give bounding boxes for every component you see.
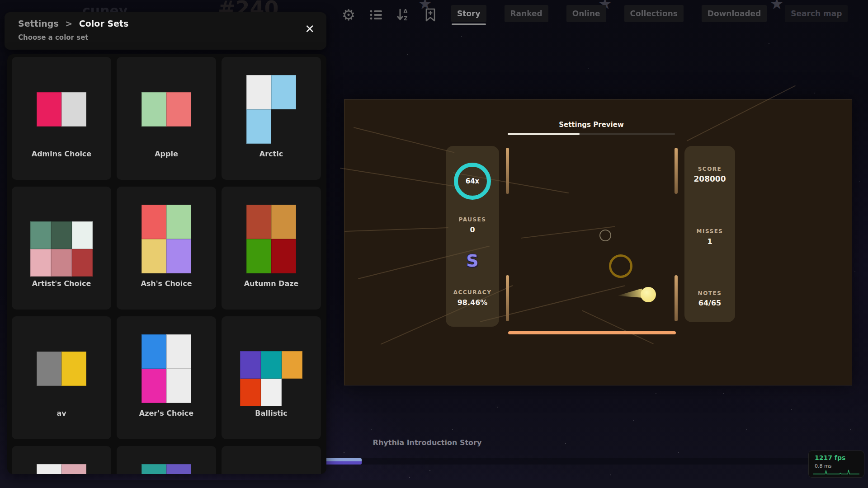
misses-value: 1: [684, 237, 735, 246]
color-set-name: Artist's Choice: [12, 279, 111, 288]
color-set-name: Admins Choice: [12, 150, 111, 158]
color-tile: [61, 92, 86, 127]
color-set-card-artist-s-choice[interactable]: Artist's Choice: [12, 187, 111, 310]
color-tile: [142, 205, 166, 239]
color-set-card-ballistic[interactable]: Ballistic: [222, 316, 321, 439]
breadcrumb: Settings > Color Sets: [18, 19, 128, 28]
color-set-name: Autumn Daze: [222, 279, 321, 288]
color-tile: [271, 239, 296, 273]
color-tile: [166, 464, 191, 474]
color-tile: [271, 205, 296, 239]
note-trail: [617, 288, 643, 300]
color-set-name: Ballistic: [222, 409, 321, 418]
approach-ring: [609, 254, 632, 278]
color-tile: [240, 379, 261, 406]
tab-story[interactable]: Story: [451, 5, 486, 22]
field-bottom-bar: [508, 331, 676, 334]
pauses-value: 0: [446, 225, 499, 234]
color-tile: [142, 464, 166, 474]
color-tile: [166, 205, 191, 239]
color-set-card[interactable]: [222, 446, 321, 474]
left-stats-panel: 64x PAUSES 0 S ACCURACY 98.46%: [446, 146, 499, 327]
combo-ring: 64x: [454, 163, 491, 200]
color-tile: [282, 351, 302, 379]
color-set-card-apple[interactable]: Apple: [117, 57, 216, 180]
streak-line: [354, 127, 455, 153]
field-tick-right-top: [675, 148, 678, 194]
color-tile: [246, 109, 271, 144]
color-tile: [142, 334, 166, 369]
streak-line: [340, 168, 456, 187]
color-tile: [142, 239, 166, 273]
score-label: SCORE: [684, 166, 735, 172]
color-sets-modal-header: Settings > Color Sets Choose a color set…: [5, 12, 326, 50]
color-set-card-azer-s-choice[interactable]: Azer's Choice: [117, 316, 216, 439]
color-set-card[interactable]: [117, 446, 216, 474]
bookmark-add-icon[interactable]: [422, 6, 439, 23]
color-tile: [37, 92, 61, 127]
field-tick-left-top: [506, 148, 509, 194]
color-swatch-preview: [246, 205, 296, 273]
color-tile: [61, 352, 86, 386]
color-tile: [51, 249, 72, 277]
color-swatch-preview: [37, 92, 86, 127]
fps-sparkline: [813, 469, 859, 475]
color-tile: [72, 249, 93, 277]
color-set-name: Azer's Choice: [117, 409, 216, 418]
color-swatch-preview: [37, 464, 86, 474]
tab-downloaded[interactable]: Downloaded: [702, 5, 767, 22]
list-icon[interactable]: [368, 6, 385, 23]
color-set-name: Arctic: [222, 150, 321, 158]
settings-gear-icon[interactable]: ⚙: [340, 6, 357, 23]
tab-ranked[interactable]: Ranked: [505, 5, 548, 22]
sort-az-icon[interactable]: A Z: [395, 6, 412, 23]
svg-text:Z: Z: [404, 15, 408, 22]
color-swatch-preview: [142, 205, 191, 273]
color-tile: [37, 464, 61, 474]
tab-collections[interactable]: Collections: [624, 5, 684, 22]
color-tile: [142, 369, 166, 403]
color-tile: [30, 249, 51, 277]
color-swatch-preview: [30, 221, 93, 277]
color-tile: [30, 221, 51, 249]
small-note-circle: [599, 230, 611, 241]
color-tile: [246, 205, 271, 239]
bottom-strip: [0, 480, 868, 488]
color-tile: [166, 334, 191, 369]
song-title: Rhythia Introduction Story: [337, 438, 518, 447]
tab-online[interactable]: Online: [566, 5, 606, 22]
settings-preview-window: Settings Preview 64x PAUSES 0 S ACCURACY…: [344, 99, 852, 385]
color-tile: [240, 351, 261, 379]
color-swatch-preview: [142, 92, 191, 127]
page-title: Color Sets: [79, 19, 129, 28]
color-set-card-admins-choice[interactable]: Admins Choice: [12, 57, 111, 180]
notes-value: 64/65: [684, 299, 735, 307]
preview-progress-fill: [508, 133, 580, 135]
color-tile: [166, 239, 191, 273]
streak-line: [582, 310, 654, 344]
color-set-name: Ash's Choice: [117, 279, 216, 288]
story-progress-track: [316, 458, 814, 465]
color-set-card-autumn-daze[interactable]: Autumn Daze: [222, 187, 321, 310]
preview-progress-bar: [508, 133, 675, 135]
color-swatch-preview: [240, 351, 302, 406]
close-icon[interactable]: ✕: [305, 23, 315, 35]
color-sets-panel[interactable]: Admins ChoiceAppleArcticArtist's ChoiceA…: [7, 54, 326, 474]
color-tile: [61, 464, 86, 474]
fps-counter: 1217 fps: [815, 454, 845, 461]
pauses-label: PAUSES: [446, 216, 499, 223]
color-set-card[interactable]: [12, 446, 111, 474]
streak-line: [344, 227, 448, 232]
color-set-card-av[interactable]: av: [12, 316, 111, 439]
color-tile: [166, 369, 191, 403]
color-set-card-arctic[interactable]: Arctic: [222, 57, 321, 180]
color-tile: [37, 352, 61, 386]
misses-label: MISSES: [684, 228, 735, 235]
color-tile: [246, 75, 271, 109]
accuracy-value: 98.46%: [446, 298, 499, 307]
color-set-card-ash-s-choice[interactable]: Ash's Choice: [117, 187, 216, 310]
breadcrumb-settings[interactable]: Settings: [18, 19, 59, 28]
search-map-input[interactable]: Search map: [785, 5, 848, 22]
color-tile: [246, 239, 271, 273]
note-ball: [641, 287, 656, 302]
